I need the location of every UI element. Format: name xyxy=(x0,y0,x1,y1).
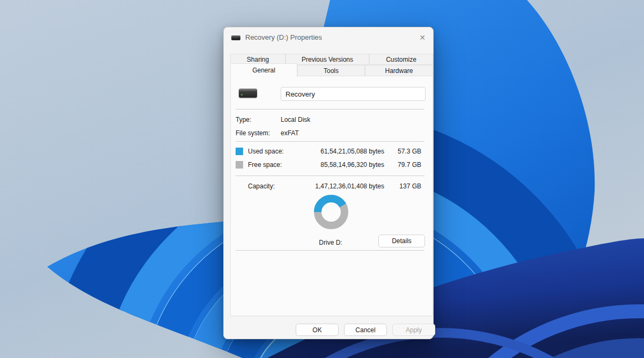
general-tab-page: Type: Local Disk File system: exFAT Used… xyxy=(230,76,433,316)
titlebar: Recovery (D:) Properties ✕ xyxy=(224,27,433,48)
capacity-label: Capacity: xyxy=(248,182,275,190)
free-space-bytes: 85,58,14,96,320 bytes xyxy=(320,161,384,169)
tab-label: Hardware xyxy=(385,67,413,75)
properties-dialog: Recovery (D:) Properties ✕ Sharing Previ… xyxy=(223,27,434,339)
capacity-size: 137 GB xyxy=(399,182,421,190)
tab-label: Sharing xyxy=(247,56,269,63)
tab-label: Previous Versions xyxy=(302,56,353,63)
tab-customize[interactable]: Customize xyxy=(369,54,433,65)
free-space-row: Free space: 85,58,14,96,320 bytes 79.7 G… xyxy=(231,161,433,170)
type-value: Local Disk xyxy=(281,116,310,123)
separator xyxy=(236,109,425,109)
filesystem-row: File system: exFAT xyxy=(231,129,433,138)
separator xyxy=(236,141,425,142)
used-space-size: 57.3 GB xyxy=(398,148,421,155)
type-label: Type: xyxy=(236,116,251,123)
volume-label-input[interactable] xyxy=(281,87,426,101)
used-space-row: Used space: 61,54,21,05,088 bytes 57.3 G… xyxy=(231,148,433,156)
drive-letter-label: Drive D: xyxy=(301,239,361,246)
tab-hardware[interactable]: Hardware xyxy=(365,65,433,76)
capacity-row: Capacity: 1,47,12,36,01,408 bytes 137 GB xyxy=(231,182,433,191)
used-space-label: Used space: xyxy=(248,148,284,155)
free-space-size: 79.7 GB xyxy=(398,161,421,169)
free-space-swatch xyxy=(236,161,243,169)
apply-button[interactable]: Apply xyxy=(392,324,435,336)
tab-label: Tools xyxy=(324,67,339,75)
capacity-bytes: 1,47,12,36,01,408 bytes xyxy=(315,182,384,190)
ok-button[interactable]: OK xyxy=(296,324,339,336)
used-space-swatch xyxy=(236,148,243,155)
tab-label: Customize xyxy=(386,56,416,63)
tab-previous-versions[interactable]: Previous Versions xyxy=(286,54,369,65)
cancel-button[interactable]: Cancel xyxy=(344,324,387,336)
close-button[interactable]: ✕ xyxy=(415,30,430,45)
filesystem-value: exFAT xyxy=(281,129,299,137)
drive-icon xyxy=(231,35,240,40)
close-icon: ✕ xyxy=(419,33,426,42)
separator xyxy=(236,250,425,251)
local-disk-icon xyxy=(239,89,257,98)
tab-label: General xyxy=(252,67,275,74)
details-button[interactable]: Details xyxy=(378,235,425,247)
drive-led-icon xyxy=(241,94,243,96)
disk-usage-donut-chart xyxy=(312,193,350,231)
tab-general[interactable]: General xyxy=(230,63,297,77)
used-space-bytes: 61,54,21,05,088 bytes xyxy=(320,148,384,155)
separator xyxy=(236,176,425,176)
type-row: Type: Local Disk xyxy=(231,116,433,125)
filesystem-label: File system: xyxy=(236,129,270,137)
free-space-label: Free space: xyxy=(248,161,282,169)
window-title: Recovery (D:) Properties xyxy=(245,33,322,41)
tab-tools[interactable]: Tools xyxy=(297,65,365,76)
